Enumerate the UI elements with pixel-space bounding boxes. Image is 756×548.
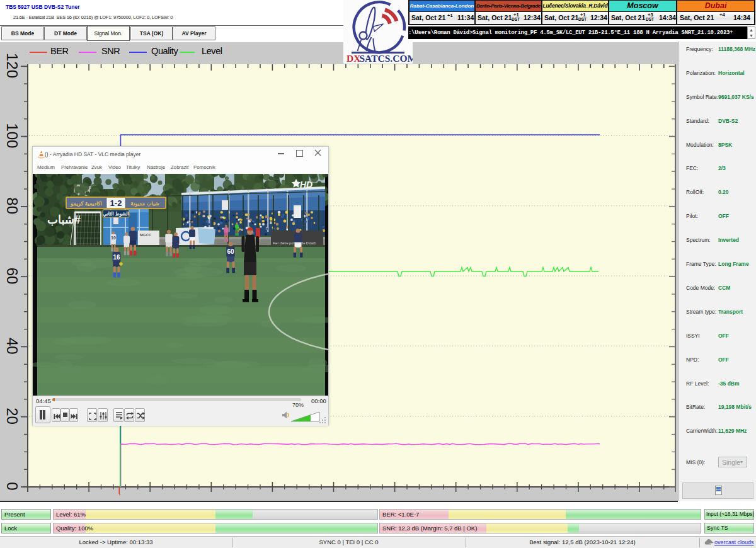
- svg-text:40: 40: [4, 338, 21, 355]
- svg-text:SATCS.COM: SATCS.COM: [360, 53, 413, 64]
- svg-text:MGCC: MGCC: [140, 233, 152, 237]
- svg-text:60: 60: [4, 268, 21, 285]
- svg-text:HD: HD: [300, 180, 312, 190]
- svg-text:شباب مديونة: شباب مديونة: [130, 200, 159, 207]
- svg-text:120: 120: [4, 53, 21, 78]
- svg-text:1-2: 1-2: [110, 198, 122, 208]
- svg-text:80: 80: [4, 197, 21, 214]
- svg-text:10: 10: [111, 236, 116, 240]
- svg-text:اكاديمية كريمو: اكاديمية كريمو: [70, 200, 102, 207]
- svg-text:100: 100: [4, 123, 21, 148]
- svg-text:16: 16: [113, 254, 120, 261]
- svg-text:0: 0: [4, 482, 21, 490]
- svg-text:60: 60: [227, 248, 234, 255]
- svg-text:شباب#: شباب#: [47, 214, 81, 226]
- svg-text:20: 20: [4, 408, 21, 425]
- svg-text:الشوط الثاني: الشوط الثاني: [103, 211, 129, 217]
